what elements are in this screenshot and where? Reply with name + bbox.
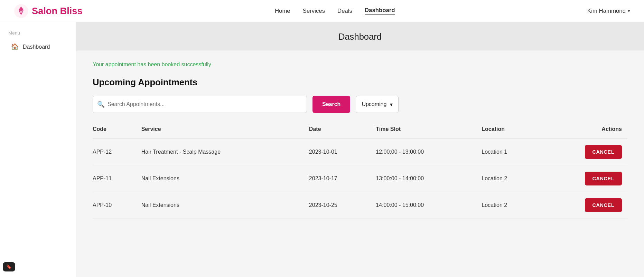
col-header-location: Location: [482, 123, 543, 139]
col-header-timeslot: Time Slot: [376, 123, 482, 139]
cell-actions-1: CANCEL: [543, 165, 627, 192]
filter-dropdown[interactable]: Upcoming ▾: [356, 96, 399, 113]
search-box: 🔍: [93, 96, 307, 113]
cancel-button-2[interactable]: CANCEL: [585, 198, 622, 212]
sidebar: Menu 🏠 Dashboard: [0, 22, 76, 277]
success-message: Your appointment has been booked success…: [93, 61, 627, 68]
table-header: Code Service Date Time Slot Location Act…: [93, 123, 627, 139]
bottom-badge: 🔖: [3, 262, 15, 271]
main-content: Dashboard Your appointment has been book…: [76, 22, 644, 277]
search-input[interactable]: [108, 101, 302, 107]
user-name: Kim Hammond: [587, 8, 626, 15]
cell-service-1: Nail Extensions: [141, 165, 309, 192]
cancel-button-1[interactable]: CANCEL: [585, 172, 622, 185]
brand-name: Salon Bliss: [32, 6, 83, 17]
cell-code-1: APP-11: [93, 165, 141, 192]
home-icon: 🏠: [11, 43, 19, 50]
filter-label: Upcoming: [362, 101, 386, 107]
filter-chevron-icon: ▾: [390, 101, 393, 108]
section-title: Upcoming Appointments: [93, 77, 627, 87]
brand: Salon Bliss: [14, 4, 83, 18]
appointments-table: Code Service Date Time Slot Location Act…: [93, 123, 627, 219]
col-header-service: Service: [141, 123, 309, 139]
cell-actions-2: CANCEL: [543, 192, 627, 219]
search-button[interactable]: Search: [312, 96, 350, 113]
page-title: Dashboard: [338, 32, 382, 41]
user-chevron-icon: ▾: [628, 8, 630, 13]
cell-location-0: Location 1: [482, 139, 543, 165]
navbar: Salon Bliss Home Services Deals Dashboar…: [0, 0, 644, 22]
cell-actions-0: CANCEL: [543, 139, 627, 165]
appointments-tbody: APP-12Hair Treatment - Scalp Massage2023…: [93, 139, 627, 219]
cell-time_slot-0: 12:00:00 - 13:00:00: [376, 139, 482, 165]
search-icon: 🔍: [97, 101, 105, 108]
cell-location-2: Location 2: [482, 192, 543, 219]
cell-location-1: Location 2: [482, 165, 543, 192]
sidebar-item-dashboard-label: Dashboard: [23, 44, 50, 50]
cell-code-0: APP-12: [93, 139, 141, 165]
col-header-actions: Actions: [543, 123, 627, 139]
cancel-button-0[interactable]: CANCEL: [585, 145, 622, 159]
bottom-badge-icon: 🔖: [6, 264, 12, 269]
table-row: APP-11Nail Extensions2023-10-1713:00:00 …: [93, 165, 627, 192]
sidebar-menu-label: Menu: [0, 30, 76, 40]
table-row: APP-12Hair Treatment - Scalp Massage2023…: [93, 139, 627, 165]
cell-code-2: APP-10: [93, 192, 141, 219]
table-row: APP-10Nail Extensions2023-10-2514:00:00 …: [93, 192, 627, 219]
col-header-code: Code: [93, 123, 141, 139]
cell-service-2: Nail Extensions: [141, 192, 309, 219]
cell-time_slot-1: 13:00:00 - 14:00:00: [376, 165, 482, 192]
sidebar-item-dashboard[interactable]: 🏠 Dashboard: [3, 40, 73, 54]
search-filter-row: 🔍 Search Upcoming ▾: [93, 96, 627, 113]
cell-service-0: Hair Treatment - Scalp Massage: [141, 139, 309, 165]
nav-services[interactable]: Services: [303, 8, 325, 15]
layout: Menu 🏠 Dashboard Dashboard Your appointm…: [0, 22, 644, 277]
cell-date-0: 2023-10-01: [309, 139, 376, 165]
col-header-date: Date: [309, 123, 376, 139]
cell-date-2: 2023-10-25: [309, 192, 376, 219]
cell-date-1: 2023-10-17: [309, 165, 376, 192]
user-menu[interactable]: Kim Hammond ▾: [587, 8, 630, 15]
cell-time_slot-2: 14:00:00 - 15:00:00: [376, 192, 482, 219]
nav-dashboard[interactable]: Dashboard: [365, 7, 395, 15]
brand-logo-icon: [14, 4, 28, 18]
nav-home[interactable]: Home: [275, 8, 290, 15]
page-title-bar: Dashboard: [76, 22, 644, 50]
content-area: Your appointment has been booked success…: [76, 50, 644, 230]
nav-deals[interactable]: Deals: [337, 8, 352, 15]
navbar-links: Home Services Deals Dashboard: [275, 7, 395, 15]
